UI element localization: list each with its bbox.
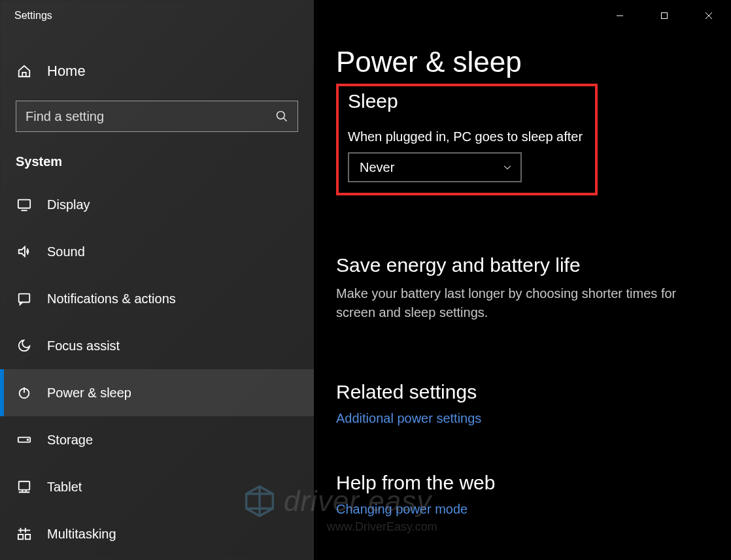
- help-heading: Help from the web: [336, 472, 709, 494]
- app-title-text: Settings: [14, 10, 52, 22]
- sleep-heading: Sleep: [348, 90, 586, 112]
- additional-power-settings-link[interactable]: Additional power settings: [336, 411, 709, 426]
- sidebar-item-multitasking[interactable]: Multitasking: [0, 510, 314, 557]
- svg-rect-5: [19, 294, 30, 303]
- svg-rect-17: [662, 13, 668, 19]
- search-box[interactable]: [16, 101, 298, 132]
- sleep-plugged-label: When plugged in, PC goes to sleep after: [348, 129, 586, 144]
- svg-line-1: [284, 118, 287, 122]
- nav-label: Tablet: [47, 480, 82, 495]
- changing-power-mode-link[interactable]: Changing power mode: [336, 502, 709, 517]
- maximize-button[interactable]: [642, 0, 687, 31]
- chevron-down-icon: [502, 162, 513, 173]
- sidebar-item-sound[interactable]: Sound: [0, 228, 314, 275]
- home-label: Home: [47, 63, 86, 80]
- related-heading: Related settings: [336, 381, 709, 403]
- sidebar-item-tablet[interactable]: Tablet: [0, 463, 314, 510]
- storage-icon: [16, 431, 33, 448]
- notifications-icon: [16, 290, 33, 307]
- energy-tip-text: Make your battery last longer by choosin…: [336, 284, 709, 322]
- svg-rect-10: [19, 482, 30, 490]
- dropdown-value: Never: [360, 160, 394, 175]
- sidebar-item-focus-assist[interactable]: Focus assist: [0, 322, 314, 369]
- svg-rect-15: [26, 535, 30, 539]
- close-button[interactable]: [687, 0, 731, 31]
- nav-label: Notifications & actions: [47, 291, 176, 306]
- app-window: Settings Home System: [0, 0, 731, 560]
- nav-label: Sound: [47, 244, 85, 259]
- display-icon: [16, 196, 33, 213]
- window-controls: [598, 0, 731, 31]
- nav-label: Storage: [47, 433, 93, 448]
- sidebar-section-label: System: [0, 132, 314, 181]
- multitasking-icon: [16, 525, 33, 542]
- watermark-sub: www.DriverEasy.com: [327, 520, 437, 534]
- sidebar-item-power-sleep[interactable]: Power & sleep: [0, 369, 314, 416]
- nav-label: Focus assist: [47, 338, 120, 354]
- sidebar-item-storage[interactable]: Storage: [0, 416, 314, 463]
- app-title: Settings: [0, 0, 314, 31]
- search-icon: [275, 110, 288, 123]
- svg-point-9: [27, 439, 29, 440]
- sidebar-item-notifications[interactable]: Notifications & actions: [0, 275, 314, 322]
- tablet-icon: [16, 478, 33, 495]
- sidebar-item-display[interactable]: Display: [0, 181, 314, 228]
- page-title: Power & sleep: [336, 46, 709, 78]
- sleep-section-highlight: Sleep When plugged in, PC goes to sleep …: [336, 84, 598, 195]
- minimize-button[interactable]: [598, 0, 642, 31]
- nav-label: Display: [47, 197, 90, 212]
- main-pane: Power & sleep Sleep When plugged in, PC …: [314, 0, 731, 560]
- focus-assist-icon: [16, 337, 33, 354]
- sidebar: Settings Home System: [0, 0, 314, 560]
- svg-point-0: [277, 112, 285, 120]
- energy-tip-heading: Save energy and battery life: [336, 254, 709, 276]
- nav-label: Multitasking: [47, 527, 116, 542]
- svg-rect-14: [18, 535, 23, 539]
- svg-marker-4: [19, 247, 25, 257]
- power-icon: [16, 384, 33, 401]
- sound-icon: [16, 243, 33, 260]
- sidebar-item-home[interactable]: Home: [0, 63, 314, 80]
- svg-rect-2: [18, 200, 30, 208]
- search-input[interactable]: [26, 109, 275, 124]
- nav-label: Power & sleep: [47, 386, 131, 401]
- sleep-plugged-dropdown[interactable]: Never: [348, 152, 522, 182]
- home-icon: [16, 63, 33, 80]
